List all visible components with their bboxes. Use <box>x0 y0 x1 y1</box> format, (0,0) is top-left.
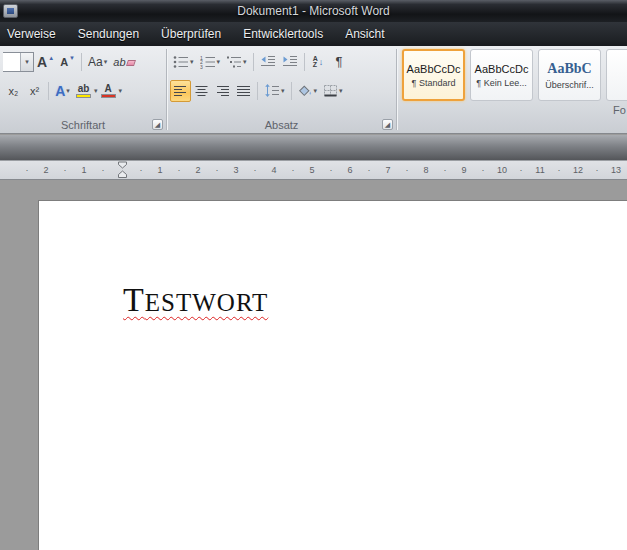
subscript-button[interactable]: x₂ <box>3 80 24 102</box>
font-size-dropdown-button[interactable]: ▾ <box>20 53 33 71</box>
pilcrow-icon: ¶ <box>336 54 343 69</box>
multilevel-list-icon <box>226 55 242 69</box>
chevron-down-icon: ▾ <box>217 58 221 65</box>
style-card-partial[interactable]: A Ü <box>606 49 627 101</box>
dialog-launcher-icon[interactable]: ◢ <box>152 119 163 130</box>
indent-markers-icon[interactable] <box>117 161 128 179</box>
chevron-down-icon: ▾ <box>25 58 29 65</box>
app-icon[interactable] <box>3 4 18 18</box>
paint-bucket-icon <box>298 84 313 98</box>
align-center-button[interactable] <box>191 80 212 102</box>
font-size-combo[interactable]: ▾ <box>3 52 34 72</box>
sort-arrow-icon: ↓ <box>319 57 324 67</box>
tab-sendungen[interactable]: Sendungen <box>65 23 152 46</box>
arrow-down-icon: ▼ <box>69 55 75 61</box>
font-color-bar <box>101 94 116 98</box>
line-spacing-icon <box>264 84 280 97</box>
justify-button[interactable] <box>233 80 254 102</box>
borders-button[interactable]: ▾ <box>320 80 346 102</box>
align-left-icon <box>173 85 188 97</box>
tab-verweise[interactable]: Verweise <box>0 23 69 46</box>
decrease-indent-button[interactable] <box>257 51 279 73</box>
style-card-standard[interactable]: AaBbCcDc ¶ Standard <box>402 49 465 101</box>
font-color-button[interactable]: A <box>98 80 119 102</box>
svg-text:3: 3 <box>200 63 203 69</box>
group-label-schriftart: Schriftart <box>61 119 105 131</box>
group-label-formatvorlagen: Fo <box>613 104 626 116</box>
chevron-down-icon: ▾ <box>190 58 194 65</box>
chevron-down-icon: ▾ <box>66 87 70 94</box>
bullets-icon <box>173 55 189 69</box>
change-case-button[interactable]: Aa ▾ <box>85 51 110 73</box>
dialog-launcher-icon[interactable]: ◢ <box>382 119 393 130</box>
horizontal-ruler[interactable]: ·2·1··1·2·3·4·5·6·7·8·9·10·11·12·13 <box>0 160 627 180</box>
shading-button[interactable]: ▾ <box>295 80 321 102</box>
text-effects-icon: A <box>55 83 65 99</box>
chevron-down-icon: ▾ <box>104 58 108 65</box>
arrow-up-icon: ▲ <box>48 55 54 61</box>
multilevel-list-button[interactable]: ▾ <box>223 51 250 73</box>
line-spacing-button[interactable]: ▾ <box>261 80 288 102</box>
tab-ansicht[interactable]: Ansicht <box>332 23 397 46</box>
titlebar: Dokument1 - Microsoft Word <box>0 0 627 22</box>
chevron-down-icon: ▾ <box>94 87 98 94</box>
group-schriftart: ▾ A ▲ A ▼ Aa ▾ <box>0 46 166 133</box>
borders-grid-icon <box>323 84 338 98</box>
decrease-indent-icon <box>260 55 276 68</box>
styles-gallery: AaBbCcDc ¶ Standard AaBbCcDc ¶ Kein Lee.… <box>397 46 627 101</box>
increase-indent-button[interactable] <box>279 51 301 73</box>
window-title: Dokument1 - Microsoft Word <box>0 4 627 18</box>
chevron-down-icon: ▾ <box>339 87 343 94</box>
superscript-button[interactable]: x² <box>24 80 45 102</box>
numbering-icon: 123 <box>200 55 216 69</box>
tab-entwicklertools[interactable]: Entwicklertools <box>230 23 336 46</box>
chevron-down-icon: ▾ <box>243 58 247 65</box>
divider <box>81 53 82 71</box>
workspace-band <box>0 135 627 160</box>
word-window: Dokument1 - Microsoft Word Verweise Send… <box>0 0 627 550</box>
highlight-color-bar <box>76 94 91 98</box>
divider <box>257 82 258 100</box>
chevron-down-icon: ▾ <box>314 87 318 94</box>
text-highlight-button[interactable]: ab <box>73 80 94 102</box>
divider <box>48 82 49 100</box>
text-effects-button[interactable]: A ▾ <box>52 80 73 102</box>
align-center-icon <box>194 85 209 97</box>
divider <box>291 82 292 100</box>
numbering-button[interactable]: 123 ▾ <box>197 51 224 73</box>
chevron-down-icon: ▾ <box>281 87 285 94</box>
sort-button[interactable]: AZ ↓ <box>308 51 329 73</box>
sort-az-icon: AZ <box>313 56 318 68</box>
align-right-button[interactable] <box>212 80 233 102</box>
ribbon: ▾ A ▲ A ▼ Aa ▾ <box>0 46 627 134</box>
align-left-button[interactable] <box>170 80 191 102</box>
group-absatz: ▾ 123 ▾ ▾ <box>167 46 396 133</box>
chevron-down-icon: ▾ <box>119 87 123 94</box>
increase-indent-icon <box>282 55 298 68</box>
divider <box>304 53 305 71</box>
grow-font-button[interactable]: A ▲ <box>34 51 57 73</box>
style-card-kein-leerraum[interactable]: AaBbCcDc ¶ Kein Lee... <box>470 49 533 101</box>
group-label-absatz: Absatz <box>265 119 299 131</box>
align-right-icon <box>215 85 230 97</box>
document-page[interactable]: TESTWORT <box>38 200 627 550</box>
eraser-icon <box>126 60 136 66</box>
divider <box>253 53 254 71</box>
ribbon-tab-bar: Verweise Sendungen Überprüfen Entwickler… <box>0 22 627 46</box>
tab-ueberpruefen[interactable]: Überprüfen <box>148 23 234 46</box>
document-workspace: TESTWORT <box>0 180 627 550</box>
shrink-font-button[interactable]: A ▼ <box>57 51 78 73</box>
show-paragraph-marks-button[interactable]: ¶ <box>329 51 350 73</box>
document-text[interactable]: TESTWORT <box>123 281 268 319</box>
justify-icon <box>236 85 251 97</box>
bullets-button[interactable]: ▾ <box>170 51 197 73</box>
group-formatvorlagen: AaBbCcDc ¶ Standard AaBbCcDc ¶ Kein Lee.… <box>397 46 627 133</box>
clear-formatting-button[interactable]: ab <box>110 51 137 73</box>
style-card-ueberschrift1[interactable]: AaBbC Überschrif... <box>538 49 601 101</box>
